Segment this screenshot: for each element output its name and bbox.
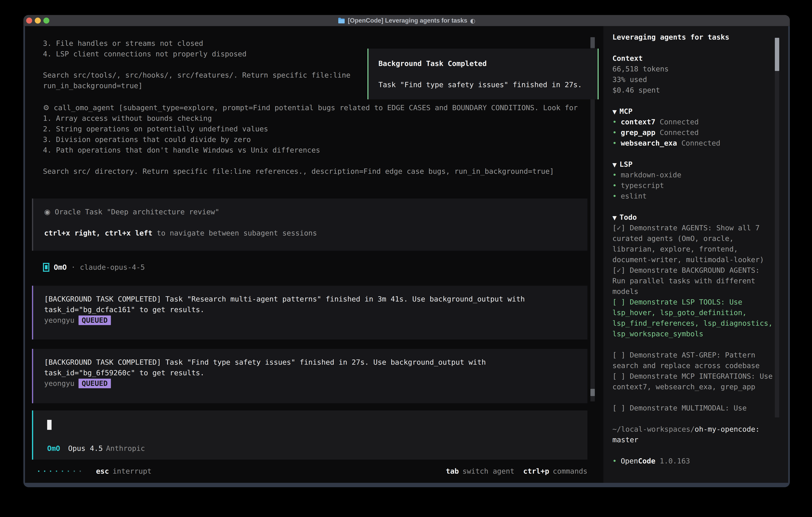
context-heading: Context (612, 53, 777, 63)
todo-item: [ ] Demonstrate AST-GREP: Pattern search… (612, 350, 777, 371)
message-text-block: 3. File handles or streams not closed 4.… (43, 38, 350, 91)
folder-icon (338, 18, 345, 24)
spinner-icon: ········ (36, 467, 84, 475)
session-title: Leveraging agents for tasks (612, 32, 777, 43)
lsp-item: •eslint (612, 191, 777, 201)
sidebar-scrollbar-track (775, 38, 779, 417)
todo-item: [✓] Demonstrate BACKGROUND AGENTS: Run p… (612, 265, 777, 297)
task-message-line: task_id="bg_dcfac161" to get results. (44, 304, 587, 315)
workspace-path: ~/local-workspaces/oh-my-opencode: maste… (612, 424, 777, 445)
oracle-hint-keys: ctrl+x right, ctrl+x left (44, 229, 152, 237)
task-message-line: [BACKGROUND TASK COMPLETED] Task "Resear… (44, 294, 587, 304)
task-message-line: task_id="bg_6f59260c" to get results. (44, 368, 587, 378)
status-dot-icon: • (612, 128, 617, 137)
tool-call-item: 2. String operations on potentially unde… (43, 124, 578, 134)
status-dot-icon: • (612, 181, 617, 190)
message-line: run_in_background=true] (43, 80, 350, 91)
tool-call-item: 4. Path operations that don't handle Win… (43, 145, 578, 155)
chevron-down-icon: ▼ (612, 162, 617, 168)
tool-call-tail: Search src/ directory. Return specific f… (43, 166, 578, 176)
status-bar: ········ esc interrupt tab switch agent … (25, 466, 587, 477)
agent-header: OmO · claude-opus-4-5 (43, 262, 145, 272)
chat-scrollbar-thumb[interactable] (590, 389, 595, 396)
agent-name: OmO (54, 263, 67, 271)
message-line: 4. LSP client connections not properly d… (43, 49, 350, 59)
app-window: [OpenCode] Leveraging agents for tasks ◐… (23, 15, 790, 487)
oracle-hint-text: to navigate between subagent sessions (152, 229, 317, 237)
notification-body: Task "Find type safety issues" finished … (378, 79, 598, 90)
lsp-item: •typescript (612, 180, 777, 191)
mcp-item: •context7 Connected (612, 116, 777, 127)
mcp-section-header[interactable]: ▼MCP (612, 106, 777, 116)
tool-call-line: call_omo_agent [subagent_type=explore, p… (54, 104, 578, 112)
message-line (43, 59, 350, 70)
status-dot-icon: • (612, 171, 617, 179)
tab-key-hint: tab (446, 467, 459, 475)
chevron-down-icon: ▼ (612, 215, 617, 221)
sidebar-scrollbar-thumb[interactable] (775, 38, 779, 71)
tab-key-label: switch agent (462, 467, 514, 475)
text-cursor (47, 420, 52, 430)
task-author: yeongyu (44, 379, 75, 387)
task-message-card[interactable]: [BACKGROUND TASK COMPLETED] Task "Find t… (32, 349, 587, 403)
window-title: [OpenCode] Leveraging agents for tasks (348, 17, 467, 24)
agent-separator: · (71, 263, 76, 271)
lsp-section-header[interactable]: ▼LSP (612, 159, 777, 169)
gear-icon: ⚙ (43, 104, 49, 112)
status-badge: QUEUED (79, 379, 111, 388)
agent-model: claude-opus-4-5 (80, 263, 145, 271)
todo-item: [ ] Demonstrate LSP TOOLS: Use lsp_hover… (612, 297, 777, 339)
ctrlp-key-hint: ctrl+p (523, 467, 549, 475)
todo-item: [ ] Demonstrate MULTIMODAL: Use (612, 403, 777, 413)
input-model-name: Opus 4.5 (68, 444, 103, 453)
tool-call-item: 3. Division operations that could divide… (43, 134, 578, 145)
half-circle-icon: ◐ (470, 17, 475, 24)
titlebar: [OpenCode] Leveraging agents for tasks ◐ (23, 15, 790, 26)
lsp-item: •markdown-oxide (612, 169, 777, 180)
notification-title: Background Task Completed (378, 58, 598, 69)
toast-notification[interactable]: Background Task Completed Task "Find typ… (368, 49, 599, 99)
version-row: •OpenCode 1.0.163 (612, 456, 777, 466)
oracle-icon: ◉ (44, 208, 50, 216)
message-line: Search src/tools/, src/hooks/, src/featu… (43, 70, 350, 80)
oracle-task-card[interactable]: ◉ Oracle Task "Deep architecture review"… (32, 198, 587, 251)
task-message-line: [BACKGROUND TASK COMPLETED] Task "Find t… (44, 357, 587, 368)
prompt-input[interactable]: OmO Opus 4.5 Anthropic (32, 410, 587, 460)
input-agent-name: OmO (47, 444, 60, 453)
window-title-area: [OpenCode] Leveraging agents for tasks ◐ (23, 15, 790, 26)
esc-key-label: interrupt (113, 467, 151, 475)
mcp-item: •websearch_exa Connected (612, 138, 777, 148)
screen: [OpenCode] Leveraging agents for tasks ◐… (0, 0, 812, 517)
oracle-title: Oracle Task "Deep architecture review" (55, 208, 220, 216)
input-provider-name: Anthropic (106, 444, 145, 453)
context-used: 33% used (612, 74, 777, 85)
todo-item: [ ] Demonstrate MCP INTEGRATIONS: Use co… (612, 371, 777, 392)
todo-item: [✓] Demonstrate AGENTS: Show all 7 curat… (612, 222, 777, 265)
esc-key-hint: esc (96, 467, 109, 475)
task-author: yeongyu (44, 316, 75, 324)
notification-scrollbar-thumb[interactable] (590, 37, 595, 48)
todo-section-header[interactable]: ▼Todo (612, 212, 777, 222)
agent-checkbox-icon (43, 263, 49, 272)
message-line: 3. File handles or streams not closed (43, 38, 350, 49)
model-selector[interactable]: OmO Opus 4.5 Anthropic (47, 444, 145, 453)
chevron-down-icon: ▼ (612, 109, 617, 115)
tool-call-item: 1. Array access without bounds checking (43, 113, 578, 124)
status-dot-icon: • (612, 118, 617, 126)
chat-pane: 3. File handles or streams not closed 4.… (25, 26, 603, 483)
ctrlp-key-label: commands (553, 467, 587, 475)
task-message-card[interactable]: [BACKGROUND TASK COMPLETED] Task "Resear… (32, 286, 587, 339)
status-dot-icon: • (612, 139, 617, 147)
status-dot-icon: • (612, 192, 617, 200)
status-badge: QUEUED (79, 316, 111, 325)
session-sidebar: Leveraging agents for tasks Context 66,5… (603, 26, 788, 483)
context-tokens: 66,518 tokens (612, 63, 777, 74)
context-spent: $0.46 spent (612, 85, 777, 96)
tool-call-block: ⚙ call_omo_agent [subagent_type=explore,… (43, 102, 578, 176)
mcp-item: •grep_app Connected (612, 127, 777, 138)
status-dot-icon: • (612, 457, 617, 465)
